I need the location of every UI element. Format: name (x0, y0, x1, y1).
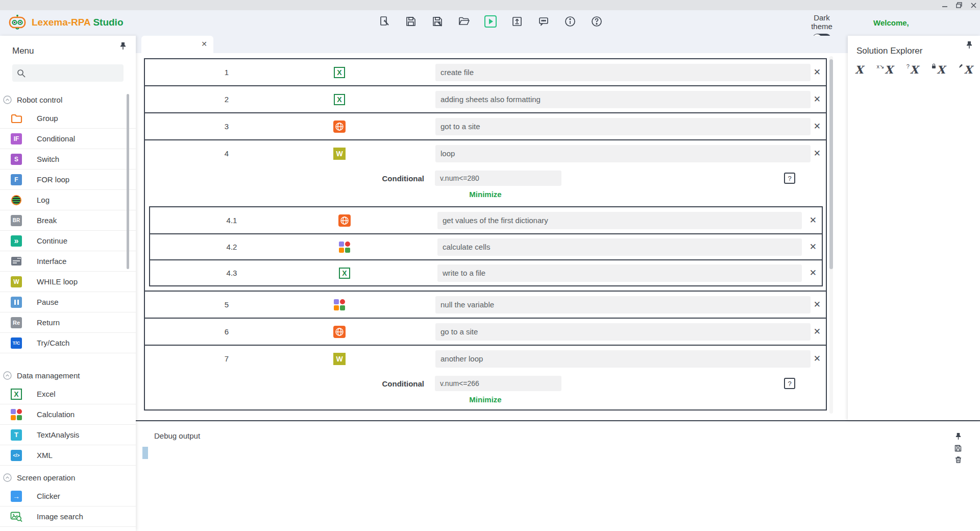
debug-output-title: Debug output (154, 431, 200, 440)
open-icon[interactable] (457, 15, 471, 28)
step-description-input[interactable] (435, 350, 811, 368)
step-description-input[interactable] (437, 238, 802, 256)
delete-step-icon[interactable]: ✕ (814, 122, 821, 131)
variable-icon[interactable]: X (855, 64, 863, 75)
delete-step-icon[interactable]: ✕ (814, 68, 821, 77)
save-icon[interactable] (404, 15, 418, 28)
delete-step-icon[interactable]: ✕ (810, 216, 817, 225)
loop-step-block: 4 W ✕ Conditional ? Minimize 4.1 (144, 139, 827, 292)
window-restore-icon[interactable] (955, 2, 963, 9)
step-description-input[interactable] (435, 118, 811, 135)
delete-step-icon[interactable]: ✕ (814, 95, 821, 104)
delete-step-icon[interactable]: ✕ (810, 243, 817, 251)
section-label: Screen operation (17, 473, 75, 482)
sidebar-item-try-catch[interactable]: T/C Try/Catch (0, 333, 136, 353)
delete-step-icon[interactable]: ✕ (814, 327, 821, 336)
sidebar-item-switch[interactable]: S Switch (0, 149, 136, 170)
delete-step-icon[interactable]: ✕ (810, 269, 817, 277)
search-input[interactable] (30, 69, 121, 77)
step-description-input[interactable] (435, 91, 811, 108)
sidebar-item-calculation[interactable]: Calculation (0, 404, 136, 425)
step-row: 6 ✕ (144, 318, 827, 346)
info-icon[interactable] (564, 15, 577, 28)
welcome-text: Welcome, (873, 18, 909, 27)
sidebar-item-group[interactable]: Group (0, 108, 136, 129)
step-description-input[interactable] (435, 145, 811, 162)
find-variable-icon[interactable]: ?X (906, 64, 918, 75)
calculation-icon (338, 240, 351, 254)
web-icon (333, 325, 346, 339)
sidebar-item-conditional[interactable]: IF Conditional (0, 129, 136, 149)
web-icon (333, 120, 346, 133)
sidebar-scrollbar[interactable] (127, 94, 129, 269)
sidebar-item-image-search[interactable]: Image search (0, 506, 136, 527)
sidebar-item-pause[interactable]: Pause (0, 292, 136, 312)
step-description-input[interactable] (437, 212, 802, 229)
condition-help-button[interactable]: ? (784, 378, 795, 389)
collapse-section-icon (3, 473, 12, 482)
delete-step-icon[interactable]: ✕ (814, 354, 821, 363)
debug-pin-icon[interactable] (955, 432, 962, 442)
excel-icon: X (338, 267, 351, 280)
section-screen-operation[interactable]: Screen operation (0, 469, 136, 486)
script-tab[interactable]: ✕ (141, 36, 213, 53)
sidebar-item-for-loop[interactable]: F FOR loop (0, 170, 136, 190)
clear-output-icon[interactable] (955, 456, 962, 465)
continue-icon: » (10, 235, 22, 247)
sidebar-item-interface[interactable]: Interface (0, 251, 136, 272)
robot-logo-icon (8, 14, 27, 31)
section-data-management[interactable]: Data management (0, 367, 136, 384)
run-icon[interactable] (484, 15, 497, 28)
canvas-scrollbar[interactable] (829, 59, 833, 269)
set-variable-icon[interactable]: x↘X (876, 64, 893, 75)
window-close-icon[interactable] (970, 2, 977, 9)
publish-icon[interactable] (510, 15, 524, 28)
help-icon[interactable] (590, 15, 603, 28)
sidebar-item-images-search[interactable]: Images search (0, 527, 136, 531)
new-script-icon[interactable] (378, 15, 391, 28)
sidebar-item-continue[interactable]: » Continue (0, 231, 136, 251)
debug-output-panel: Debug output (136, 420, 980, 531)
solution-explorer-pin-icon[interactable] (966, 41, 973, 51)
step-description-input[interactable] (435, 296, 811, 313)
sidebar-item-clicker[interactable]: → Clicker (0, 486, 136, 506)
tab-close-icon[interactable]: ✕ (201, 40, 207, 48)
sidebar-item-break[interactable]: BR Break (0, 210, 136, 231)
step-description-input[interactable] (437, 264, 802, 282)
protected-variable-icon[interactable]: X (932, 64, 945, 75)
image-search-icon (10, 511, 22, 523)
minimize-link[interactable]: Minimize (145, 190, 826, 204)
calculation-icon (10, 408, 22, 421)
sidebar-item-excel[interactable]: X Excel (0, 384, 136, 404)
section-label: Data management (17, 371, 80, 380)
section-robot-control[interactable]: Robot control (0, 91, 136, 108)
sidebar-item-while-loop[interactable]: W WHILE loop (0, 272, 136, 292)
sidebar-item-textanalysis[interactable]: T TextAnalysis (0, 425, 136, 445)
feedback-icon[interactable] (537, 15, 550, 28)
while-loop-icon: W (333, 147, 346, 160)
step-row: 1 X ✕ (144, 58, 827, 86)
sidebar-item-xml[interactable]: </> XML (0, 445, 136, 466)
loop-condition-input[interactable] (435, 376, 561, 391)
step-description-input[interactable] (435, 323, 811, 341)
search-icon (17, 69, 26, 78)
minimize-link[interactable]: Minimize (145, 395, 826, 409)
step-number: 4.1 (150, 216, 313, 225)
step-description-input[interactable] (435, 64, 811, 81)
sidebar-item-return[interactable]: Re Return (0, 312, 136, 333)
step-row: 4.3 X ✕ (150, 259, 822, 285)
menu-pin-icon[interactable] (119, 42, 127, 52)
clicker-icon: → (10, 490, 22, 502)
delete-step-icon[interactable]: ✕ (814, 149, 821, 158)
save-as-icon[interactable] (431, 15, 444, 28)
edit-variable-icon[interactable]: X (959, 64, 972, 75)
trycatch-badge-icon: T/C (10, 337, 22, 349)
sidebar-item-log[interactable]: Log (0, 190, 136, 210)
window-minimize-icon[interactable] (941, 2, 948, 9)
loop-condition-input[interactable] (435, 171, 561, 186)
app-logo: Lexema-RPA Studio (8, 14, 124, 31)
condition-help-button[interactable]: ? (784, 173, 795, 184)
save-output-icon[interactable] (954, 445, 962, 454)
pause-icon (10, 296, 22, 308)
delete-step-icon[interactable]: ✕ (814, 300, 821, 309)
